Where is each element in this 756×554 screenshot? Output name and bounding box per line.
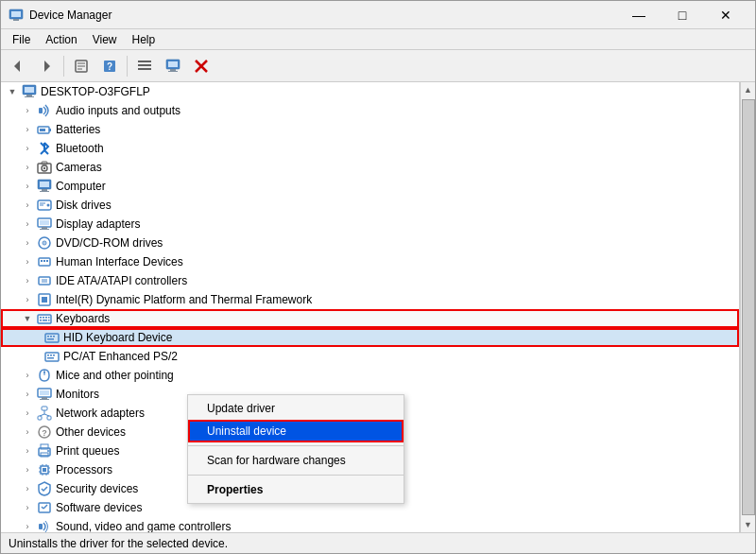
audio-label: Audio inputs and outputs — [56, 104, 180, 117]
toolbar: ? — [1, 50, 755, 82]
menu-action[interactable]: Action — [38, 31, 84, 48]
svg-rect-81 — [38, 416, 42, 420]
computer-button[interactable] — [160, 53, 186, 79]
svg-rect-80 — [42, 407, 47, 410]
batteries-icon — [37, 122, 52, 137]
tree-item-ide[interactable]: › IDE ATA/ATAPI controllers — [1, 271, 739, 290]
svg-rect-26 — [49, 129, 51, 131]
sound-label: Sound, video and game controllers — [56, 520, 231, 532]
context-separator-1 — [188, 445, 404, 446]
svg-rect-64 — [45, 334, 59, 342]
svg-rect-34 — [42, 189, 47, 191]
tree-item-diskdrives[interactable]: › Disk drives — [1, 196, 739, 215]
svg-rect-56 — [38, 315, 51, 323]
device-manager-window: Device Manager — □ ✕ File Action View He… — [0, 0, 756, 554]
remove-button[interactable] — [188, 53, 215, 79]
app-icon — [9, 8, 24, 23]
status-text: Uninstalls the driver for the selected d… — [9, 537, 228, 550]
scroll-down-arrow[interactable]: ▼ — [741, 517, 756, 532]
mice-icon — [37, 368, 52, 383]
other-label: Other devices — [56, 425, 126, 439]
tree-item-pcat[interactable]: PC/AT Enhanced PS/2 — [1, 347, 739, 366]
svg-rect-70 — [47, 355, 49, 356]
svg-rect-41 — [40, 220, 49, 225]
menu-help[interactable]: Help — [125, 31, 163, 48]
tree-panel[interactable]: ▼ DESKTOP-O3FGFLP › — [1, 82, 740, 532]
tree-item-mice[interactable]: › Mice and other pointing — [1, 366, 739, 385]
maximize-button[interactable]: □ — [661, 1, 704, 29]
tree-item-hid-keyboard[interactable]: HID Keyboard Device — [1, 328, 739, 347]
display-label: Display adapters — [56, 217, 140, 231]
dvd-label: DVD/CD-ROM drives — [56, 236, 163, 250]
toolbar-sep-1 — [63, 56, 64, 77]
sound-expand-icon: › — [20, 519, 35, 532]
svg-rect-65 — [47, 336, 49, 338]
keyboards-label: Keyboards — [56, 312, 110, 325]
back-button[interactable] — [5, 53, 31, 79]
context-update-driver[interactable]: Update driver — [188, 397, 404, 420]
network-icon — [37, 406, 52, 421]
print-expand-icon: › — [20, 443, 35, 459]
context-properties[interactable]: Properties — [188, 478, 404, 501]
main-area: ▼ DESKTOP-O3FGFLP › — [1, 82, 755, 532]
svg-marker-3 — [14, 61, 20, 72]
svg-rect-61 — [40, 320, 42, 321]
window-title: Device Manager — [29, 9, 617, 22]
menu-file[interactable]: File — [5, 31, 38, 48]
tree-item-intel[interactable]: › Intel(R) Dynamic Platform and Thermal … — [1, 290, 739, 309]
menu-view[interactable]: View — [85, 31, 125, 48]
processors-icon — [37, 462, 52, 477]
svg-rect-35 — [40, 191, 49, 192]
monitors-label: Monitors — [56, 388, 99, 401]
svg-rect-72 — [53, 355, 55, 356]
close-button[interactable]: ✕ — [704, 1, 747, 29]
view-button[interactable] — [131, 53, 158, 79]
other-icon: ? — [37, 424, 52, 440]
processors-expand-icon: › — [20, 462, 35, 477]
scroll-thumb[interactable] — [742, 99, 755, 515]
tree-item-bluetooth[interactable]: › Bluetooth — [1, 139, 739, 158]
cameras-icon — [37, 160, 52, 175]
svg-rect-77 — [40, 390, 49, 395]
tree-item-cameras[interactable]: › Cameras — [1, 158, 739, 177]
svg-point-30 — [43, 167, 45, 169]
svg-rect-48 — [41, 260, 43, 262]
svg-rect-33 — [40, 182, 49, 187]
help-button[interactable]: ? — [96, 53, 123, 79]
monitors-icon — [37, 387, 52, 402]
bluetooth-expand-icon: › — [20, 141, 35, 156]
svg-rect-62 — [43, 320, 47, 321]
security-expand-icon: › — [20, 481, 35, 496]
forward-button[interactable] — [33, 53, 60, 79]
menu-bar: File Action View Help — [1, 29, 755, 50]
context-scan-hardware[interactable]: Scan for hardware changes — [188, 449, 404, 472]
svg-rect-51 — [39, 277, 50, 285]
pcat-label: PC/AT Enhanced PS/2 — [63, 350, 178, 363]
svg-rect-68 — [47, 338, 54, 340]
tree-item-sound[interactable]: › Sound, video and game controllers — [1, 517, 739, 532]
software-expand-icon: › — [20, 500, 35, 515]
intel-expand-icon: › — [20, 292, 35, 307]
tree-item-display[interactable]: › Display adapters — [1, 215, 739, 234]
tree-item-hid[interactable]: › Human Interface Devices — [1, 252, 739, 271]
intel-label: Intel(R) Dynamic Platform and Thermal Fr… — [56, 293, 312, 306]
cameras-label: Cameras — [56, 161, 102, 174]
tree-item-computer[interactable]: › Computer — [1, 177, 739, 196]
tree-item-audio[interactable]: › Audio inputs and outputs — [1, 101, 739, 120]
svg-rect-69 — [45, 353, 59, 361]
tree-item-batteries[interactable]: › Batteries — [1, 120, 739, 139]
properties-button[interactable] — [68, 53, 94, 79]
tree-root[interactable]: ▼ DESKTOP-O3FGFLP — [1, 82, 739, 101]
vertical-scrollbar[interactable]: ▲ ▼ — [740, 82, 755, 532]
context-uninstall-device[interactable]: Uninstall device — [188, 420, 404, 442]
svg-rect-12 — [138, 64, 151, 66]
title-bar: Device Manager — □ ✕ — [1, 1, 755, 29]
title-bar-buttons: — □ ✕ — [617, 1, 747, 29]
minimize-button[interactable]: — — [617, 1, 661, 29]
scroll-up-arrow[interactable]: ▲ — [741, 82, 756, 97]
hid-label: Human Interface Devices — [56, 255, 183, 268]
svg-rect-59 — [45, 317, 47, 319]
tree-item-keyboards[interactable]: ▼ Keyboards — [1, 309, 739, 328]
tree-item-dvd[interactable]: › DVD/CD-ROM drives — [1, 234, 739, 252]
svg-rect-71 — [50, 355, 52, 356]
